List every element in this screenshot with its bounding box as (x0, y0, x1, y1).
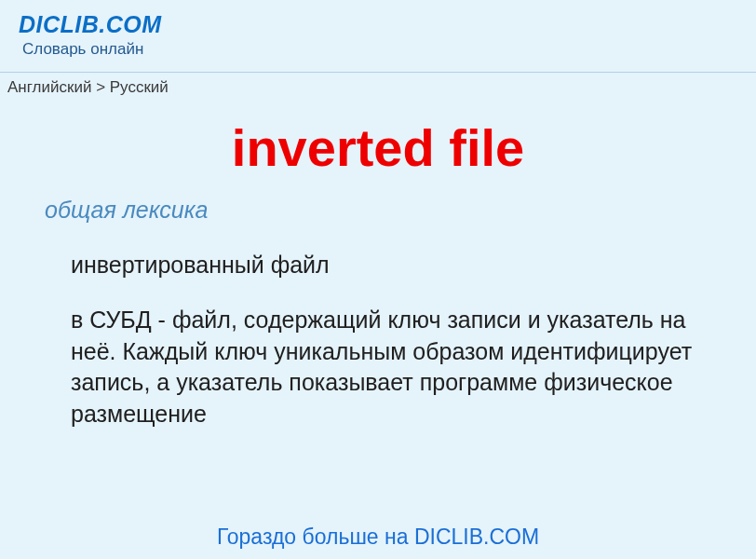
entry-term: inverted file (0, 117, 756, 178)
breadcrumb-to[interactable]: Русский (110, 78, 169, 96)
breadcrumb-separator: > (91, 78, 109, 96)
footer: Гораздо больше на DICLIB.COM (0, 525, 756, 550)
entry-definition: инвертированный файл (71, 252, 719, 279)
entry-description: в СУБД - файл, содержащий ключ записи и … (71, 305, 719, 430)
entry-category: общая лексика (45, 197, 719, 224)
more-link[interactable]: Гораздо больше на DICLIB.COM (217, 525, 539, 549)
site-logo[interactable]: DICLIB.COM (19, 11, 737, 38)
breadcrumb: Английский > Русский (0, 73, 756, 97)
breadcrumb-from[interactable]: Английский (7, 78, 91, 96)
site-tagline: Словарь онлайн (22, 40, 737, 59)
header: DICLIB.COM Словарь онлайн (0, 0, 756, 66)
article-body: общая лексика инвертированный файл в СУБ… (0, 197, 756, 430)
